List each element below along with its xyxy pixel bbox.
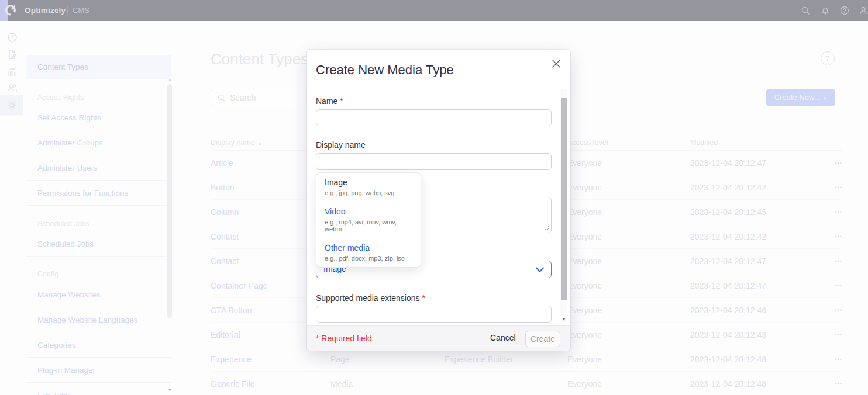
edit-content-icon[interactable] — [7, 49, 18, 60]
header-modified: Modified — [690, 138, 828, 147]
required-asterisk: * — [340, 96, 343, 106]
media-type-dropdown: Image e.g., jpg, png, webp, svg Video e.… — [316, 172, 421, 268]
name-field[interactable] — [316, 109, 552, 126]
dropdown-option-image[interactable]: Image e.g., jpg, png, webp, svg — [316, 173, 421, 202]
sidebar-item-permissions-for-functions[interactable]: Permissions for Functions — [26, 181, 171, 206]
sidebar-item-categories[interactable]: Categories — [26, 333, 171, 358]
display-name-field[interactable] — [316, 153, 552, 170]
name-label: Name* — [316, 96, 343, 106]
header-access-level: Access level — [567, 138, 690, 147]
sidebar-item-manage-websites[interactable]: Manage Websites — [26, 283, 171, 307]
search-placeholder: Search — [230, 93, 256, 102]
sidebar: Settings Content Types Access Rights Set… — [0, 21, 175, 395]
row-menu-icon[interactable]: ••• — [828, 185, 842, 190]
sidebar-item-administer-groups[interactable]: Administer Groups — [26, 131, 171, 155]
row-menu-icon[interactable]: ••• — [828, 356, 842, 362]
sidebar-scroll-up-icon[interactable]: ▲ — [167, 77, 173, 81]
dropdown-option-other-media[interactable]: Other media e.g., pdf, docx, mp3, zip, i… — [316, 238, 421, 267]
chevron-down-icon: ∨ — [824, 95, 828, 101]
row-display-name[interactable]: Generic File — [211, 379, 330, 389]
close-icon[interactable] — [550, 58, 562, 70]
optimizely-logo-icon — [5, 4, 19, 18]
sidebar-section-scheduled-jobs: Scheduled Jobs — [37, 220, 166, 230]
page-title: Content Types — [211, 50, 308, 68]
resize-grip-icon[interactable] — [544, 226, 549, 231]
page-help-icon[interactable]: ? — [821, 51, 835, 65]
app-root: Optimizely CMS — [0, 0, 868, 395]
table-row: Experience Page Experience Builder Every… — [211, 347, 842, 372]
sort-asc-icon: ▲ — [258, 141, 263, 146]
dropdown-option-video[interactable]: Video e.g., mp4, avi, mov, wmv, webm — [316, 202, 421, 238]
required-asterisk: * — [422, 293, 425, 303]
notifications-bell-icon[interactable] — [821, 6, 830, 15]
required-field-note: * Required field — [316, 334, 372, 343]
modal-title: Create New Media Type — [316, 63, 454, 78]
sidebar-section-config: Config — [37, 270, 166, 280]
row-menu-icon[interactable]: ••• — [828, 234, 842, 240]
sidebar-item-manage-website-languages[interactable]: Manage Website Languages — [26, 308, 171, 332]
row-menu-icon[interactable]: ••• — [828, 381, 842, 387]
sidebar-item-scheduled-jobs[interactable]: Scheduled Jobs — [26, 232, 171, 257]
app-name: CMS — [73, 0, 89, 21]
create-button[interactable]: Create — [525, 331, 560, 347]
dashboard-gauge-icon[interactable] — [7, 32, 18, 43]
sidebar-item-set-access-rights[interactable]: Set Access Rights — [26, 106, 171, 130]
users-icon[interactable] — [7, 83, 18, 93]
sidebar-icon-rail — [0, 21, 23, 395]
search-field-icon — [217, 93, 226, 102]
modal-footer: * Required field Cancel Create — [307, 325, 570, 351]
topbar-divider — [67, 6, 68, 15]
row-menu-icon[interactable]: ••• — [828, 258, 842, 264]
row-menu-icon[interactable]: ••• — [828, 160, 842, 166]
create-new-button[interactable]: Create New...∨ — [766, 89, 835, 106]
cancel-button[interactable]: Cancel — [490, 333, 516, 342]
sidebar-item-edit-tabs[interactable]: Edit Tabs — [26, 383, 171, 395]
sidebar-scroll-down-icon[interactable]: ▼ — [167, 388, 173, 392]
sidebar-item-administer-users[interactable]: Administer Users — [26, 156, 171, 181]
modal-scroll-down-icon[interactable]: ▼ — [560, 317, 567, 321]
row-display-name[interactable]: Experience — [211, 355, 330, 364]
row-menu-icon[interactable]: ••• — [828, 332, 842, 338]
settings-gear-icon[interactable] — [7, 100, 18, 110]
sidebar-item-plug-in-manager[interactable]: Plug-in Manager — [26, 358, 171, 383]
create-media-type-modal: Create New Media Type Name* Display name… — [307, 50, 570, 351]
help-icon[interactable] — [840, 6, 849, 15]
supported-extensions-label: Supported media extensions* — [316, 293, 425, 303]
row-menu-icon[interactable]: ••• — [828, 307, 842, 313]
display-name-label: Display name — [316, 140, 366, 150]
analytics-chart-icon[interactable] — [7, 66, 18, 77]
search-icon[interactable] — [801, 6, 810, 15]
sidebar-section-access-rights: Access Rights — [37, 93, 166, 104]
modal-scrollbar[interactable] — [561, 98, 567, 300]
table-row: Generic File Media Everyone 2023-12-04 2… — [211, 372, 842, 395]
chevron-down-icon — [536, 267, 544, 272]
sidebar-item-content-types[interactable]: Content Types — [26, 55, 171, 79]
profile-icon[interactable] — [859, 6, 868, 15]
brand-name: Optimizely — [25, 0, 66, 21]
row-menu-icon[interactable]: ••• — [828, 209, 842, 215]
row-menu-icon[interactable]: ••• — [828, 283, 842, 289]
top-bar: Optimizely CMS — [0, 0, 868, 21]
sidebar-scrollbar[interactable] — [167, 84, 172, 318]
supported-extensions-field[interactable] — [316, 306, 552, 323]
